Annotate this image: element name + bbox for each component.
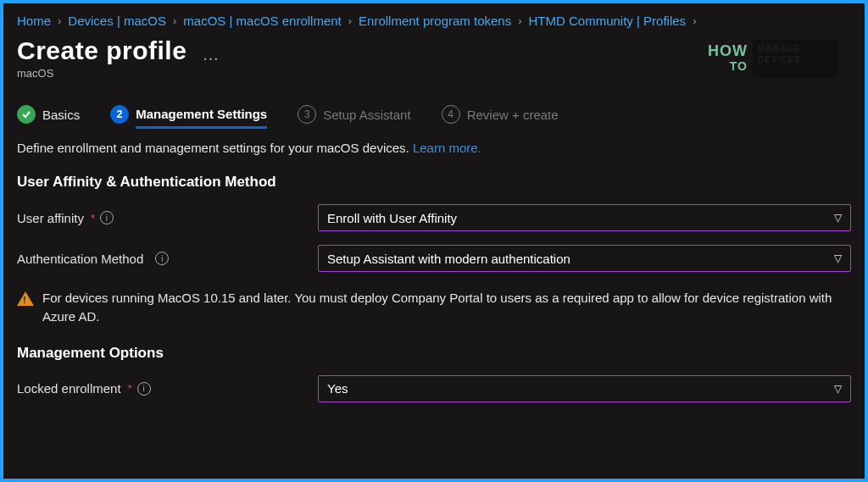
- step-number-icon: 2: [110, 105, 129, 124]
- breadcrumb-tokens[interactable]: Enrollment program tokens: [359, 14, 511, 28]
- label-text: User affinity: [17, 211, 84, 225]
- breadcrumb-home[interactable]: Home: [17, 14, 51, 28]
- title-row: Create profile macOS … HOW TO MANAGE DEV…: [17, 36, 851, 80]
- form-row-locked-enrollment: Locked enrollment * i Yes ▽: [17, 375, 851, 402]
- page-frame: Home › Devices | macOS › macOS | macOS e…: [0, 0, 868, 482]
- chevron-right-icon: ›: [518, 14, 521, 27]
- info-icon[interactable]: i: [100, 211, 114, 224]
- chevron-down-icon: ▽: [834, 212, 842, 224]
- section-heading-management-options: Management Options: [17, 345, 851, 362]
- form-row-auth-method: Authentication Method i Setup Assistant …: [17, 245, 851, 272]
- select-value: Setup Assistant with modern authenticati…: [327, 252, 570, 266]
- required-asterisk: *: [91, 212, 95, 224]
- step-review-create[interactable]: 4 Review + create: [442, 105, 559, 124]
- step-label: Basics: [42, 108, 80, 122]
- wizard-steps: Basics 2 Management Settings 3 Setup Ass…: [17, 105, 851, 124]
- step-basics[interactable]: Basics: [17, 105, 80, 124]
- watermark-text: MANAGE: [758, 43, 834, 54]
- watermark-text: HOW: [708, 43, 748, 58]
- page-title: Create profile: [17, 36, 186, 65]
- field-label-locked-enrollment: Locked enrollment * i: [17, 381, 318, 396]
- learn-more-link[interactable]: Learn more.: [413, 141, 481, 155]
- watermark-text: DEVICES: [758, 54, 834, 65]
- info-icon[interactable]: i: [137, 382, 151, 396]
- label-text: Locked enrollment: [17, 381, 121, 396]
- form-row-user-affinity: User affinity * i Enroll with User Affin…: [17, 204, 851, 231]
- required-asterisk: *: [128, 382, 132, 395]
- warning-text: For devices running MacOS 10.15 and late…: [42, 289, 839, 326]
- step-number-icon: 4: [442, 105, 460, 124]
- auth-method-select[interactable]: Setup Assistant with modern authenticati…: [318, 245, 851, 272]
- select-value: Yes: [327, 381, 348, 396]
- section-heading-user-affinity: User Affinity & Authentication Method: [17, 174, 851, 191]
- page-description: Define enrollment and management setting…: [17, 141, 851, 155]
- chevron-right-icon: ›: [58, 14, 61, 27]
- user-affinity-select[interactable]: Enroll with User Affinity ▽: [318, 204, 851, 231]
- step-management-settings[interactable]: 2 Management Settings: [110, 105, 267, 124]
- field-label-auth-method: Authentication Method i: [17, 252, 318, 266]
- label-text: Authentication Method: [17, 252, 143, 266]
- breadcrumb-profiles[interactable]: HTMD Community | Profiles: [529, 14, 687, 28]
- description-text: Define enrollment and management setting…: [17, 141, 413, 155]
- step-label: Setup Assistant: [323, 108, 410, 122]
- more-actions-button[interactable]: …: [202, 45, 220, 64]
- warning-icon: [17, 291, 34, 306]
- select-value: Enroll with User Affinity: [327, 211, 457, 225]
- watermark-logo: HOW TO MANAGE DEVICES: [708, 40, 839, 77]
- breadcrumb-devices[interactable]: Devices | macOS: [68, 14, 166, 28]
- watermark-text: TO: [708, 58, 748, 74]
- chevron-right-icon: ›: [173, 14, 176, 27]
- breadcrumb-macos-enrollment[interactable]: macOS | macOS enrollment: [183, 14, 341, 28]
- page-subtitle: macOS: [17, 67, 186, 80]
- breadcrumb: Home › Devices | macOS › macOS | macOS e…: [17, 14, 851, 28]
- step-number-icon: 3: [298, 105, 316, 124]
- chevron-right-icon: ›: [348, 14, 352, 27]
- step-label: Management Settings: [136, 107, 267, 129]
- check-icon: [17, 105, 36, 124]
- warning-banner: For devices running MacOS 10.15 and late…: [17, 289, 839, 326]
- info-icon[interactable]: i: [155, 252, 169, 265]
- chevron-down-icon: ▽: [834, 252, 842, 264]
- chevron-right-icon: ›: [693, 14, 696, 27]
- step-setup-assistant[interactable]: 3 Setup Assistant: [298, 105, 410, 124]
- chevron-down-icon: ▽: [834, 383, 842, 395]
- locked-enrollment-select[interactable]: Yes ▽: [318, 375, 851, 402]
- field-label-user-affinity: User affinity * i: [17, 211, 318, 225]
- step-label: Review + create: [467, 108, 559, 122]
